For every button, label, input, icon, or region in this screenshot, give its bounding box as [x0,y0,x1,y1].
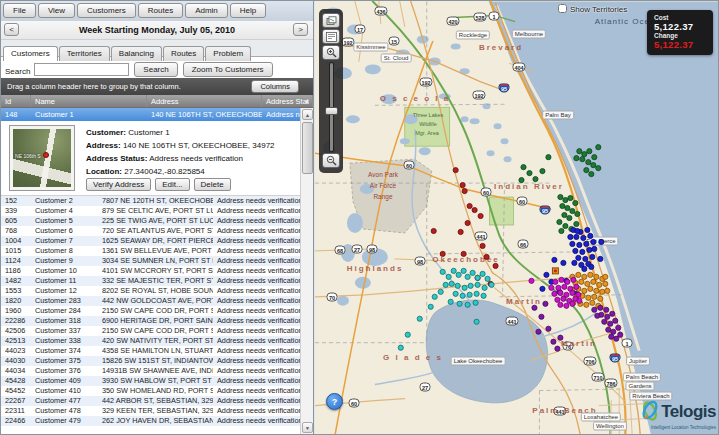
customer-dot-okeechobee-red[interactable] [453,168,458,173]
customer-dot-fort-pierce-blue[interactable] [572,260,577,265]
customer-dot-okeechobee-city-teal[interactable] [461,268,466,273]
customer-dot-okeechobee-city-teal[interactable] [475,282,480,287]
customer-dot-st-lucie-west-magenta[interactable] [565,279,570,284]
customer-dot-port-st-lucie-orange[interactable] [603,281,608,286]
customer-dot-sebastian-vero-green[interactable] [521,165,526,170]
customer-dot-okeechobee-city-teal[interactable] [438,289,443,294]
customer-dot-fort-pierce-blue[interactable] [544,272,549,277]
customer-dot-fort-pierce-blue[interactable] [561,260,566,265]
table-row[interactable]: 22267Customer 477442 ARBOR ST, SEBASTIAN… [1,396,300,406]
customer-dot-port-st-lucie-orange[interactable] [588,286,593,291]
customer-dot-sebastian-vero-green[interactable] [519,178,524,183]
customer-dot-okeechobee-city-teal[interactable] [455,283,460,288]
customer-dot-port-st-lucie-orange[interactable] [588,272,593,277]
menu-item-view[interactable]: View [38,3,75,18]
table-row[interactable]: 768Customer 6720 SE ATLANTUS AVE, PORT S… [1,226,300,236]
customer-dot-port-st-lucie-orange[interactable] [594,288,599,293]
customer-dot-okeechobee-city-teal[interactable] [405,332,410,337]
table-row[interactable]: 1015Customer 81361 SW BELLEVUE AVE, PORT… [1,246,300,256]
customer-dot-port-st-lucie-orange[interactable] [594,274,599,279]
customer-dot-okeechobee-city-teal[interactable] [449,281,454,286]
verify-address-button[interactable]: Verify Address [86,178,151,191]
customer-dot-fort-pierce-blue[interactable] [588,233,593,238]
delete-button[interactable]: Delete [194,178,231,191]
customer-dot-fort-pierce-blue[interactable] [584,241,589,246]
customer-dot-okeechobee-red[interactable] [462,188,467,193]
customer-dot-okeechobee-city-teal[interactable] [482,285,487,290]
tab-routes[interactable]: Routes [163,46,204,61]
customer-dot-fort-pierce-blue[interactable] [591,239,596,244]
customer-dot-sebastian-vero-green[interactable] [582,152,587,157]
customer-dot-st-lucie-west-magenta[interactable] [549,285,554,290]
table-scrollbar[interactable]: ▲ ▼ [300,108,313,434]
menu-item-customers[interactable]: Customers [77,3,136,18]
table-row[interactable]: 45428Customer 4093930 SW HABLOW ST, PORT… [1,376,300,386]
customer-dot-okeechobee-city-teal[interactable] [451,268,456,273]
customer-dot-okeechobee-red[interactable] [431,228,436,233]
customer-dot-okeechobee-city-teal[interactable] [474,291,479,296]
table-row[interactable]: 44023Customer 3744358 SE HAMILTON LN, ST… [1,346,300,356]
customer-dot-okeechobee-city-teal[interactable] [468,283,473,288]
map[interactable]: O s c e o l aBrevardHighlandsIndian Rive… [315,1,719,435]
customer-dot-port-st-lucie-orange[interactable] [603,274,608,279]
customer-dot-stuart-purple[interactable] [592,307,597,312]
customer-dot-okeechobee-red[interactable] [465,220,470,225]
customer-dot-fort-pierce-blue[interactable] [552,257,557,262]
customer-dot-sebastian-vero-green[interactable] [527,171,532,176]
show-territories-toggle[interactable]: Show Territories [558,4,627,14]
customer-dot-fort-pierce-blue[interactable] [577,242,582,247]
table-row[interactable]: 44030Customer 37515826 SW 151ST ST, INDI… [1,356,300,366]
tab-customers[interactable]: Customers [3,46,58,61]
customer-dot-sebastian-vero-green[interactable] [562,212,567,217]
customer-dot-st-lucie-west-magenta[interactable] [558,302,563,307]
customer-dot-sebastian-vero-green[interactable] [596,145,601,150]
next-week-button[interactable]: > [293,23,308,36]
customer-dot-port-st-lucie-orange[interactable] [590,300,595,305]
customer-dot-stuart-purple[interactable] [551,339,556,344]
customer-dot-okeechobee-city-teal[interactable] [485,276,490,281]
customer-dot-port-st-lucie-orange[interactable] [582,288,587,293]
customer-dot-sebastian-vero-green[interactable] [586,160,591,165]
customer-dot-okeechobee-red[interactable] [472,207,477,212]
customer-dot-stuart-purple[interactable] [539,314,544,319]
table-row[interactable]: 1004Customer 71625 SEAWAY DR, FORT PIERC… [1,236,300,246]
customer-dot-fort-pierce-blue[interactable] [581,235,586,240]
customer-dot-st-lucie-west-magenta[interactable] [556,285,561,290]
customer-dot-sebastian-vero-green[interactable] [574,221,579,226]
table-row[interactable]: 1960Customer 2842150 SW CAPE COD DR, POR… [1,306,300,316]
customer-dot-sebastian-vero-green[interactable] [575,211,580,216]
customer-dot-okeechobee-red[interactable] [458,229,463,234]
customer-dot-port-st-lucie-orange[interactable] [597,282,602,287]
customer-dot-okeechobee-city-teal[interactable] [448,299,453,304]
customer-dot-okeechobee-red[interactable] [493,263,498,268]
customer-dot-stuart-purple[interactable] [602,319,607,324]
customer-dot-st-lucie-west-magenta[interactable] [559,277,564,282]
customer-dot-sebastian-vero-green[interactable] [584,168,589,173]
customer-dot-port-st-lucie-orange[interactable] [600,289,605,294]
customer-dot-stuart-purple[interactable] [613,318,618,323]
search-button[interactable]: Search [134,62,177,77]
customer-dot-stuart-purple[interactable] [604,307,609,312]
column-header-id[interactable]: Id [1,95,31,107]
customer-dot-okeechobee-city-teal[interactable] [489,282,494,287]
customer-dot-sebastian-vero-green[interactable] [568,195,573,200]
customer-dot-port-st-lucie-orange[interactable] [592,294,597,299]
customer-dot-okeechobee-city-teal[interactable] [467,292,472,297]
table-row[interactable]: 152Customer 27807 NE 120TH ST, OKEECHOBE… [1,196,300,206]
customer-dot-stuart-purple[interactable] [614,336,619,341]
customer-dot-okeechobee-city-teal[interactable] [460,293,465,298]
customer-dot-okeechobee-city-teal[interactable] [417,316,422,321]
customer-dot-okeechobee-city-teal[interactable] [443,282,448,287]
customer-dot-stuart-purple[interactable] [595,313,600,318]
customer-dot-sebastian-vero-green[interactable] [577,149,582,154]
customer-dot-sebastian-vero-green[interactable] [558,194,563,199]
customer-dot-port-st-lucie-orange[interactable] [585,281,590,286]
table-row[interactable]: 45452Customer 410350 SW HOMELAND RD, POR… [1,386,300,396]
customer-dot-okeechobee-red[interactable] [478,213,483,218]
menu-item-help[interactable]: Help [230,3,266,18]
customer-dot-okeechobee-city-teal[interactable] [465,302,470,307]
customer-dot-stuart-purple[interactable] [546,326,551,331]
customer-dot-sebastian-vero-green[interactable] [533,177,538,182]
customer-dot-sebastian-vero-green[interactable] [589,172,594,177]
customer-dot-port-st-lucie-orange[interactable] [579,279,584,284]
